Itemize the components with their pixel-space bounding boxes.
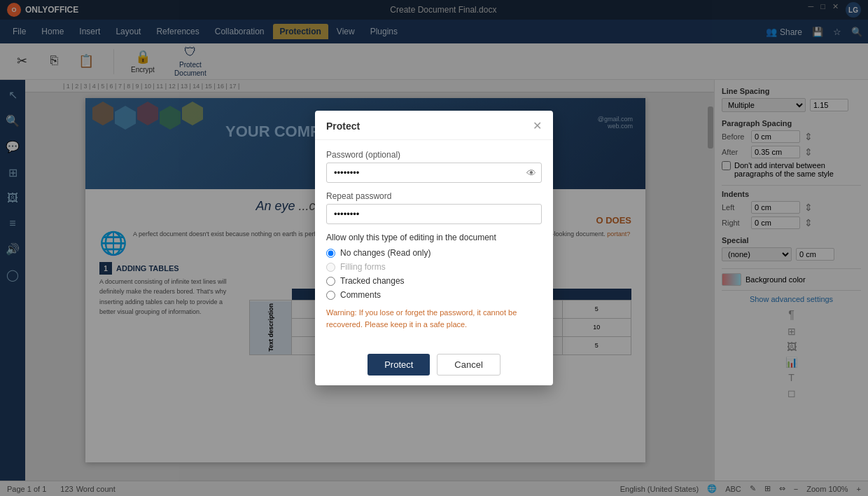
cancel-button[interactable]: Cancel — [437, 354, 500, 376]
protect-button[interactable]: Protect — [368, 354, 430, 376]
radio-tracked-changes-input[interactable] — [326, 277, 335, 286]
modal-overlay: Protect ✕ Password (optional) 👁 Repeat p… — [0, 0, 868, 496]
radio-comments-input[interactable] — [326, 291, 335, 300]
radio-comments[interactable]: Comments — [326, 290, 542, 300]
show-password-icon[interactable]: 👁 — [526, 167, 536, 179]
modal-title: Protect — [326, 120, 360, 132]
warning-text: Warning: If you lose or forget the passw… — [326, 307, 542, 330]
radio-tracked-changes[interactable]: Tracked changes — [326, 276, 542, 286]
modal-footer: Protect Cancel — [315, 347, 553, 385]
radio-filling-forms-input[interactable] — [326, 263, 335, 272]
password-field-row: 👁 — [326, 163, 542, 183]
radio-tracked-changes-label: Tracked changes — [340, 276, 405, 286]
modal-body: Password (optional) 👁 Repeat password Al… — [315, 140, 553, 347]
password-input[interactable] — [326, 163, 542, 183]
radio-comments-label: Comments — [340, 290, 381, 300]
radio-no-changes-label: No changes (Read only) — [340, 248, 430, 258]
repeat-password-field-row — [326, 204, 542, 224]
modal-header: Protect ✕ — [315, 111, 553, 140]
radio-filling-forms[interactable]: Filling forms — [326, 262, 542, 272]
radio-no-changes[interactable]: No changes (Read only) — [326, 248, 542, 258]
edit-type-label: Allow only this type of editing in the d… — [326, 233, 542, 242]
radio-no-changes-input[interactable] — [326, 249, 335, 258]
protect-dialog: Protect ✕ Password (optional) 👁 Repeat p… — [315, 111, 553, 385]
password-label: Password (optional) — [326, 150, 542, 160]
repeat-password-label: Repeat password — [326, 191, 542, 201]
modal-close-button[interactable]: ✕ — [533, 119, 542, 132]
radio-filling-forms-label: Filling forms — [340, 262, 386, 272]
repeat-password-input[interactable] — [326, 204, 542, 224]
